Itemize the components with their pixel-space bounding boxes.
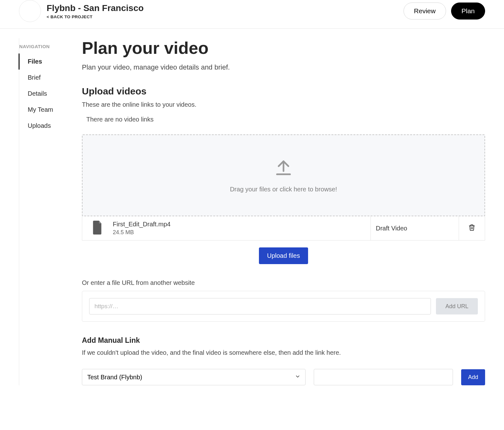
page-title: Plan your video	[82, 38, 485, 58]
url-section-label: Or enter a file URL from another website	[82, 279, 485, 286]
sidebar-item-label: Uploads	[28, 122, 51, 129]
manual-link-desc: If we couldn't upload the video, and the…	[82, 349, 485, 356]
sidebar: NAVIGATION Files Brief Details My Team U…	[19, 38, 72, 385]
sidebar-item-label: Details	[28, 90, 47, 97]
url-box: Add URL	[82, 291, 485, 322]
file-name: First_Edit_Draft.mp4	[113, 221, 370, 228]
sidebar-item-brief[interactable]: Brief	[19, 70, 72, 86]
file-icon	[92, 221, 103, 236]
app-header: Flybnb - San Francisco < BACK TO PROJECT…	[0, 0, 504, 29]
sidebar-item-details[interactable]: Details	[19, 86, 72, 102]
file-size: 24.5 MB	[113, 229, 370, 236]
upload-desc: These are the online links to your video…	[82, 101, 485, 108]
title-block: Flybnb - San Francisco < BACK TO PROJECT	[47, 3, 144, 19]
trash-icon	[468, 224, 475, 232]
sidebar-item-label: Brief	[28, 74, 41, 81]
header-left: Flybnb - San Francisco < BACK TO PROJECT	[19, 0, 144, 22]
manual-link-input[interactable]	[314, 369, 453, 385]
file-icon-cell	[82, 216, 113, 240]
sidebar-item-my-team[interactable]: My Team	[19, 102, 72, 118]
sidebar-item-uploads[interactable]: Uploads	[19, 118, 72, 134]
manual-link-row: Test Brand (Flybnb) Add	[82, 369, 485, 385]
review-tab-button[interactable]: Review	[404, 3, 446, 20]
add-manual-link-button[interactable]: Add	[461, 369, 485, 385]
add-url-button[interactable]: Add URL	[436, 298, 478, 314]
delete-file-button[interactable]	[459, 216, 485, 240]
brand-select[interactable]: Test Brand (Flybnb)	[82, 369, 306, 385]
file-type: Draft Video	[370, 216, 459, 240]
project-title: Flybnb - San Francisco	[47, 3, 144, 13]
file-dropzone[interactable]: Drag your files or click here to browse!	[82, 134, 485, 216]
sidebar-item-label: Files	[28, 58, 42, 65]
url-input[interactable]	[89, 298, 431, 314]
sidebar-item-files[interactable]: Files	[19, 54, 72, 70]
main-content: Plan your video Plan your video, manage …	[82, 38, 485, 385]
nav-heading: NAVIGATION	[19, 38, 72, 54]
project-avatar	[19, 0, 41, 22]
sidebar-item-label: My Team	[28, 106, 53, 113]
header-right: Review Plan	[404, 3, 485, 20]
dropzone-text: Drag your files or click here to browse!	[230, 186, 337, 193]
upload-icon	[274, 158, 293, 179]
no-video-links-message: There are no video links	[82, 116, 485, 123]
manual-link-heading: Add Manual Link	[82, 336, 485, 345]
plan-tab-button[interactable]: Plan	[451, 3, 485, 20]
upload-files-button[interactable]: Upload files	[259, 247, 308, 264]
upload-heading: Upload videos	[82, 86, 485, 97]
file-row: First_Edit_Draft.mp4 24.5 MB Draft Video	[82, 216, 485, 240]
back-to-project-link[interactable]: < BACK TO PROJECT	[47, 14, 144, 19]
file-info: First_Edit_Draft.mp4 24.5 MB	[113, 216, 370, 240]
page-subtitle: Plan your video, manage video details an…	[82, 63, 485, 71]
